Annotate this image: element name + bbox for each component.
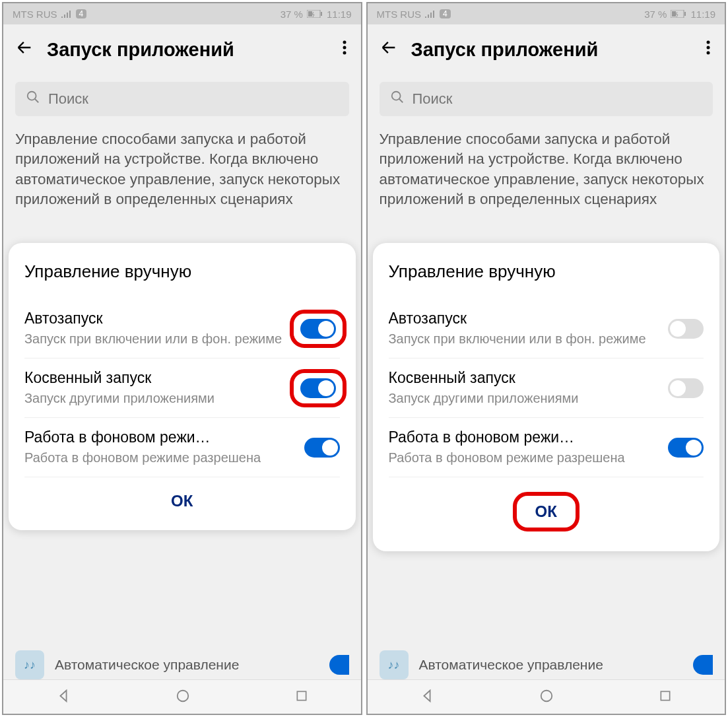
back-icon[interactable]: [380, 38, 398, 62]
clock-time: 11:19: [327, 9, 352, 20]
setting-background: Работа в фоновом режи… Работа в фоновом …: [24, 418, 340, 477]
navigation-bar: [368, 679, 725, 714]
setting-secondary-launch: Косвенный запуск Запуск другими приложен…: [24, 358, 340, 418]
toggle-secondary-launch[interactable]: [668, 378, 704, 398]
svg-rect-8: [297, 691, 306, 700]
search-icon: [390, 90, 405, 108]
battery-percent: 37 %: [281, 9, 303, 20]
svg-rect-2: [308, 11, 312, 17]
search-bar[interactable]: [15, 82, 349, 116]
setting-label: Автозапуск: [389, 310, 661, 327]
app-header: Запуск приложений: [3, 24, 361, 75]
description-text: Управление способами запуска и работой п…: [3, 123, 361, 217]
app-icon: ♪♪: [380, 650, 409, 679]
setting-desc: Работа в фоновом режиме разрешена: [24, 449, 296, 466]
svg-rect-11: [672, 11, 676, 17]
setting-desc: Запуск при включении или в фон. режиме: [24, 330, 288, 347]
status-bar: MTS RUS 4 37 % 11:19: [368, 3, 725, 24]
bg-item-label: Автоматическое управление: [55, 656, 319, 673]
app-header: Запуск приложений: [368, 24, 725, 75]
phone-screen-left: MTS RUS 4 37 % 11:19 Запуск приложений У…: [2, 2, 362, 715]
svg-rect-17: [661, 691, 670, 700]
battery-icon: [307, 10, 323, 18]
toggle-autostart[interactable]: [300, 319, 336, 339]
nav-back-icon[interactable]: [56, 689, 71, 706]
setting-desc: Запуск другими приложениями: [24, 390, 288, 407]
highlight-ring: [290, 369, 347, 407]
svg-point-16: [541, 690, 552, 701]
clock-time: 11:19: [690, 9, 715, 20]
toggle-background[interactable]: [668, 438, 704, 458]
more-icon[interactable]: [340, 40, 349, 60]
setting-desc: Работа в фоновом режиме разрешена: [389, 449, 661, 466]
setting-background: Работа в фоновом режи… Работа в фоновом …: [389, 418, 704, 477]
more-icon[interactable]: [704, 40, 713, 60]
nav-recent-icon[interactable]: [659, 689, 672, 705]
setting-label: Работа в фоновом режи…: [24, 428, 296, 446]
background-list-item: ♪♪ Автоматическое управление: [15, 650, 349, 679]
carrier-label: MTS RUS: [377, 9, 422, 20]
setting-autostart: Автозапуск Запуск при включении или в фо…: [389, 299, 704, 358]
search-input[interactable]: [413, 90, 703, 108]
dialog-manual-control: Управление вручную Автозапуск Запуск при…: [9, 243, 356, 530]
search-bar[interactable]: [380, 82, 713, 116]
toggle-secondary-launch[interactable]: [300, 378, 336, 398]
search-input[interactable]: [48, 90, 339, 108]
setting-desc: Запуск другими приложениями: [389, 390, 661, 407]
battery-icon: [671, 10, 686, 18]
notification-badge: 4: [76, 9, 87, 18]
svg-point-15: [391, 92, 400, 100]
nav-home-icon[interactable]: [176, 689, 190, 706]
back-icon[interactable]: [15, 38, 34, 62]
signal-icon: [425, 10, 436, 18]
dialog-title: Управление вручную: [24, 261, 340, 282]
setting-autostart: Автозапуск Запуск при включении или в фо…: [24, 299, 340, 358]
app-icon: ♪♪: [15, 650, 44, 679]
toggle-partial: [329, 655, 349, 675]
bg-item-label: Автоматическое управление: [419, 656, 683, 673]
page-title: Запуск приложений: [47, 39, 327, 61]
setting-label: Автозапуск: [24, 310, 288, 327]
ok-button[interactable]: ОК: [389, 477, 704, 538]
setting-label: Косвенный запуск: [389, 369, 661, 387]
nav-recent-icon[interactable]: [295, 689, 308, 705]
navigation-bar: [3, 679, 361, 714]
svg-point-14: [707, 51, 710, 55]
dialog-manual-control: Управление вручную Автозапуск Запуск при…: [373, 243, 720, 551]
svg-point-5: [343, 51, 346, 55]
svg-point-7: [177, 690, 188, 701]
signal-icon: [61, 10, 72, 18]
search-icon: [26, 90, 40, 108]
setting-secondary-launch: Косвенный запуск Запуск другими приложен…: [389, 358, 704, 418]
notification-badge: 4: [440, 9, 451, 18]
setting-label: Работа в фоновом режи…: [389, 428, 661, 446]
page-title: Запуск приложений: [411, 39, 691, 61]
ok-button[interactable]: ОК: [24, 477, 340, 517]
nav-home-icon[interactable]: [539, 689, 554, 706]
highlight-ring: [290, 310, 347, 348]
nav-back-icon[interactable]: [420, 689, 434, 706]
svg-point-3: [343, 41, 346, 44]
svg-point-6: [28, 92, 36, 100]
toggle-autostart[interactable]: [668, 319, 704, 339]
toggle-background[interactable]: [304, 438, 340, 458]
svg-point-13: [707, 46, 710, 50]
phone-screen-right: MTS RUS 4 37 % 11:19 Запуск приложений У…: [366, 2, 727, 715]
svg-rect-10: [684, 12, 686, 16]
description-text: Управление способами запуска и работой п…: [368, 123, 725, 217]
dialog-title: Управление вручную: [389, 261, 704, 282]
highlight-ring: ОК: [513, 492, 579, 531]
background-list-item: ♪♪ Автоматическое управление: [380, 650, 713, 679]
svg-point-4: [343, 46, 346, 50]
status-bar: MTS RUS 4 37 % 11:19: [3, 3, 361, 24]
svg-rect-1: [321, 12, 322, 16]
carrier-label: MTS RUS: [13, 9, 57, 20]
setting-label: Косвенный запуск: [24, 369, 288, 387]
setting-desc: Запуск при включении или в фон. режиме: [389, 330, 661, 347]
toggle-partial: [693, 655, 713, 675]
battery-percent: 37 %: [644, 9, 667, 20]
svg-point-12: [707, 41, 710, 44]
